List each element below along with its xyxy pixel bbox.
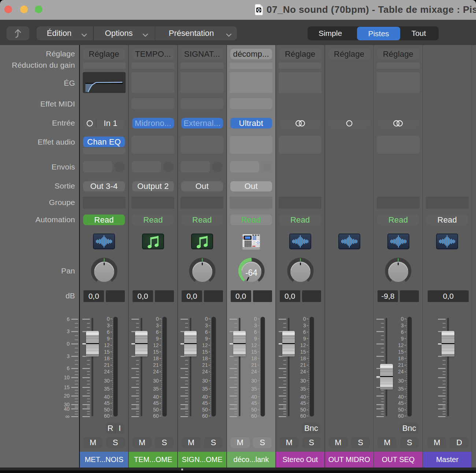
svg-text:0: 0 xyxy=(303,317,306,322)
svg-text:-64: -64 xyxy=(245,268,257,278)
svg-text:18: 18 xyxy=(153,355,159,361)
svg-text:15: 15 xyxy=(202,349,208,355)
svg-text:6: 6 xyxy=(67,317,70,322)
svg-text:18: 18 xyxy=(398,355,404,361)
svg-text:0: 0 xyxy=(254,317,257,322)
svg-text:40: 40 xyxy=(398,394,404,400)
svg-text:40: 40 xyxy=(251,394,257,400)
svg-text:15: 15 xyxy=(398,349,404,355)
svg-text:60: 60 xyxy=(104,413,110,418)
svg-text:15: 15 xyxy=(64,384,70,390)
svg-text:9: 9 xyxy=(156,336,159,342)
svg-text:60: 60 xyxy=(398,413,404,418)
svg-text:50: 50 xyxy=(251,407,257,413)
svg-text:6: 6 xyxy=(107,329,110,335)
svg-text:45: 45 xyxy=(251,400,257,406)
svg-text:30: 30 xyxy=(251,378,257,384)
svg-text:40: 40 xyxy=(300,394,306,400)
svg-text:12: 12 xyxy=(104,342,110,348)
svg-text:35: 35 xyxy=(104,386,110,392)
svg-text:40: 40 xyxy=(153,394,159,400)
svg-text:12: 12 xyxy=(202,342,208,348)
svg-text:21: 21 xyxy=(398,362,404,368)
svg-text:3: 3 xyxy=(401,323,404,328)
svg-text:24: 24 xyxy=(398,369,404,375)
svg-text:21: 21 xyxy=(251,362,257,368)
svg-text:24: 24 xyxy=(300,369,306,375)
svg-text:21: 21 xyxy=(104,362,110,368)
svg-text:9: 9 xyxy=(303,336,306,342)
svg-text:15: 15 xyxy=(251,349,257,355)
svg-text:3: 3 xyxy=(254,323,257,328)
svg-text:24: 24 xyxy=(251,369,257,375)
svg-text:0: 0 xyxy=(156,317,159,322)
svg-text:50: 50 xyxy=(153,407,159,413)
svg-text:30: 30 xyxy=(398,378,404,384)
svg-text:9: 9 xyxy=(107,336,110,342)
svg-text:21: 21 xyxy=(153,362,159,368)
svg-text:6: 6 xyxy=(205,329,208,335)
svg-text:3: 3 xyxy=(107,323,110,328)
svg-text:60: 60 xyxy=(251,413,257,418)
svg-text:0: 0 xyxy=(107,317,110,322)
svg-text:∞: ∞ xyxy=(66,413,70,418)
svg-text:40: 40 xyxy=(104,394,110,400)
svg-text:9: 9 xyxy=(401,336,404,342)
svg-text:3: 3 xyxy=(67,328,70,334)
svg-text:6: 6 xyxy=(156,329,159,335)
svg-text:30: 30 xyxy=(300,378,306,384)
svg-text:35: 35 xyxy=(153,386,159,392)
svg-text:18: 18 xyxy=(251,355,257,361)
svg-text:12: 12 xyxy=(153,342,159,348)
svg-text:6: 6 xyxy=(67,365,70,371)
svg-text:50: 50 xyxy=(300,407,306,413)
svg-text:10: 10 xyxy=(64,375,70,380)
svg-text:0: 0 xyxy=(401,317,404,322)
svg-text:45: 45 xyxy=(398,400,404,406)
svg-text:35: 35 xyxy=(398,386,404,392)
svg-text:50: 50 xyxy=(104,407,110,413)
svg-text:24: 24 xyxy=(153,369,159,375)
svg-text:40: 40 xyxy=(64,406,70,412)
svg-text:45: 45 xyxy=(104,400,110,406)
svg-text:35: 35 xyxy=(251,386,257,392)
svg-text:35: 35 xyxy=(300,386,306,392)
svg-text:15: 15 xyxy=(300,349,306,355)
svg-text:18: 18 xyxy=(202,355,208,361)
svg-text:3: 3 xyxy=(156,323,159,328)
svg-text:3: 3 xyxy=(303,323,306,328)
svg-text:9: 9 xyxy=(205,336,208,342)
svg-text:30: 30 xyxy=(202,378,208,384)
svg-text:45: 45 xyxy=(202,400,208,406)
svg-text:0: 0 xyxy=(67,341,70,347)
svg-text:9: 9 xyxy=(254,336,257,342)
svg-text:30: 30 xyxy=(153,378,159,384)
svg-text:0: 0 xyxy=(205,317,208,322)
svg-text:20: 20 xyxy=(64,393,70,399)
svg-text:6: 6 xyxy=(303,329,306,335)
svg-text:21: 21 xyxy=(300,362,306,368)
svg-text:24: 24 xyxy=(104,369,110,375)
svg-text:60: 60 xyxy=(202,413,208,418)
svg-text:12: 12 xyxy=(300,342,306,348)
svg-text:60: 60 xyxy=(153,413,159,418)
svg-text:15: 15 xyxy=(153,349,159,355)
svg-text:40: 40 xyxy=(202,394,208,400)
svg-text:50: 50 xyxy=(398,407,404,413)
svg-text:12: 12 xyxy=(398,342,404,348)
svg-text:18: 18 xyxy=(104,355,110,361)
svg-text:6: 6 xyxy=(254,329,257,335)
svg-text:24: 24 xyxy=(202,369,208,375)
svg-text:15: 15 xyxy=(104,349,110,355)
svg-text:45: 45 xyxy=(153,400,159,406)
svg-text:6: 6 xyxy=(401,329,404,335)
svg-text:35: 35 xyxy=(202,386,208,392)
svg-text:60: 60 xyxy=(300,413,306,418)
svg-text:3: 3 xyxy=(67,353,70,359)
svg-text:45: 45 xyxy=(300,400,306,406)
svg-text:50: 50 xyxy=(202,407,208,413)
svg-text:3: 3 xyxy=(205,323,208,328)
svg-text:30: 30 xyxy=(104,378,110,384)
svg-text:12: 12 xyxy=(251,342,257,348)
svg-text:21: 21 xyxy=(202,362,208,368)
